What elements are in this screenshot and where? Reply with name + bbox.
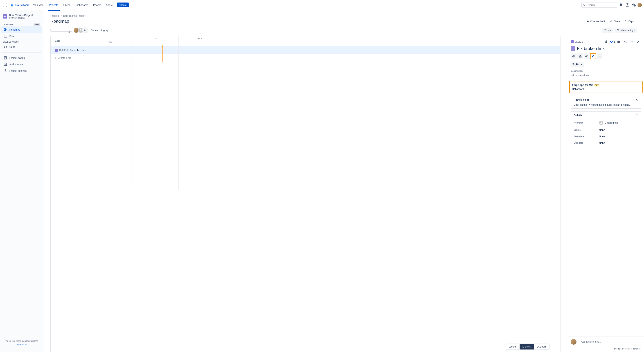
close-icon[interactable] (636, 99, 638, 101)
more-actions-button[interactable] (597, 53, 602, 59)
forge-body: Hello world! (572, 88, 640, 90)
more-icon[interactable] (629, 39, 635, 45)
search-icon (583, 3, 586, 6)
sidebar-board[interactable]: Board (2, 33, 42, 39)
roadmap-icon (4, 28, 7, 31)
svg-point-9 (584, 4, 585, 5)
svg-point-38 (617, 29, 618, 30)
today-marker (162, 46, 162, 54)
status-category-dropdown[interactable]: Status category▾ (91, 29, 110, 32)
svg-point-39 (618, 30, 619, 30)
lock-icon[interactable] (603, 39, 609, 45)
issue-detail-panel: BLUE-1 1 (568, 36, 644, 352)
svg-rect-6 (4, 6, 4, 6)
zoom-weeks[interactable]: Weeks (506, 344, 520, 350)
issue-reference[interactable]: BLUE-1 (571, 40, 583, 43)
svg-rect-0 (4, 3, 4, 4)
forge-more-icon[interactable] (637, 84, 640, 86)
sidebar-shortcut[interactable]: Add shortcut (2, 61, 42, 68)
breadcrumb-projects[interactable]: Projects (50, 14, 60, 17)
app-switcher-icon[interactable] (2, 2, 8, 8)
issue-title[interactable]: Fix broken link (577, 46, 605, 51)
due-date-field[interactable]: Due date None (571, 140, 641, 146)
share-button[interactable]: Share (608, 19, 622, 24)
project-type: Software project (9, 16, 33, 19)
svg-rect-15 (4, 30, 6, 31)
breadcrumb-project[interactable]: Blue Team's Project (63, 14, 85, 17)
notifications-icon[interactable] (618, 2, 624, 8)
feedback-button[interactable]: Give feedback (585, 19, 607, 24)
board-icon (4, 34, 7, 38)
nav-dashboards[interactable]: Dashboards▾ (73, 2, 91, 7)
create-epic-button[interactable]: + Create Epic (50, 54, 108, 62)
forge-title: Forge app for Mia (572, 84, 593, 86)
sidebar: Blue Team's Project Software project PLA… (0, 10, 43, 352)
today-button[interactable]: Today (602, 28, 613, 33)
view-settings-button[interactable]: View settings (614, 28, 637, 33)
more-icon (598, 54, 601, 58)
breadcrumb: Projects / Blue Team's Project (50, 14, 637, 17)
sidebar-code[interactable]: Code (2, 44, 42, 50)
svg-rect-2 (6, 3, 6, 4)
export-icon (624, 20, 627, 23)
sidebar-settings[interactable]: Project settings (2, 68, 42, 74)
svg-point-61 (637, 85, 638, 85)
watch-button[interactable]: 1 (610, 40, 615, 43)
zoom-quarters[interactable]: Quarters (534, 344, 549, 350)
megaphone-icon (586, 20, 589, 23)
svg-line-45 (625, 42, 626, 42)
add-person-button[interactable] (82, 27, 88, 33)
svg-point-60 (600, 56, 601, 56)
attach-button[interactable] (571, 53, 576, 59)
project-header: Blue Team's Project Software project (2, 14, 42, 22)
page-title: Roadmap (50, 19, 69, 24)
epic-search[interactable] (50, 29, 72, 32)
sliders-icon (617, 29, 620, 32)
svg-point-29 (68, 31, 70, 32)
hierarchy-icon (578, 54, 582, 58)
child-button[interactable] (577, 53, 583, 59)
labels-field[interactable]: Labels None (571, 127, 641, 133)
new-badge: NEW (34, 23, 40, 26)
create-button[interactable]: Create (117, 2, 129, 7)
export-button[interactable]: Export (623, 19, 637, 24)
description-field[interactable]: Add a description... (571, 73, 641, 78)
nav-your-work[interactable]: Your work▾ (32, 2, 47, 7)
sidebar-pages[interactable]: Project pages (2, 55, 42, 61)
nav-filters[interactable]: Filters▾ (62, 2, 72, 7)
nav-projects[interactable]: Projects▾ (48, 2, 61, 7)
epic-column-header: Epic (50, 36, 108, 46)
svg-point-32 (84, 29, 85, 30)
svg-line-27 (611, 21, 612, 21)
svg-line-30 (69, 32, 70, 33)
svg-point-59 (599, 56, 600, 56)
epic-color-swatch[interactable] (571, 46, 575, 51)
assignee-field[interactable]: Assignee Unassigned (571, 119, 641, 127)
like-icon[interactable] (616, 39, 622, 45)
close-icon[interactable] (635, 39, 641, 45)
link-button[interactable] (584, 53, 590, 59)
search-field[interactable] (587, 3, 616, 6)
nav-people[interactable]: People▾ (92, 2, 104, 7)
zoom-controls: Weeks Months Quarters (506, 344, 550, 350)
nav-apps[interactable]: Apps▾ (104, 2, 114, 7)
sidebar-roadmap[interactable]: Roadmap (2, 26, 42, 33)
avatar-stack (75, 27, 88, 33)
learn-more-link[interactable]: Learn more (4, 343, 39, 346)
zoom-months[interactable]: Months (520, 344, 534, 350)
epic-row[interactable]: BLUE-1 Fix broken link (50, 46, 560, 54)
start-date-field[interactable]: Start date None (571, 133, 641, 140)
search-input[interactable] (581, 2, 617, 7)
share-icon[interactable] (622, 39, 628, 45)
profile-avatar[interactable] (638, 3, 642, 7)
jira-logo[interactable]: Jira Software (9, 3, 31, 7)
sidebar-footer: You're in a team-managed project Learn m… (2, 337, 42, 349)
status-dropdown[interactable]: To Do▾ (571, 62, 584, 67)
create-epic-row: + Create Epic (50, 54, 560, 62)
epic-icon (571, 40, 574, 43)
forge-app-button[interactable] (590, 53, 596, 59)
svg-point-31 (80, 29, 81, 30)
help-icon[interactable]: ? (624, 2, 630, 8)
settings-icon[interactable] (631, 2, 637, 8)
comment-input[interactable]: Add a comment... (579, 339, 641, 345)
